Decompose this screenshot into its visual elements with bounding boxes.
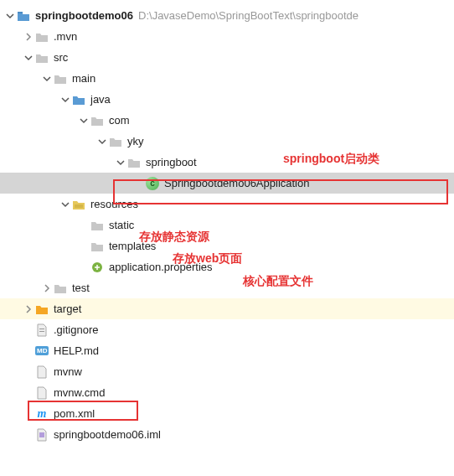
mvnw-label: mvnw bbox=[54, 365, 82, 378]
tree-row-app-class[interactable]: Springbootdemo06Application bbox=[0, 173, 454, 194]
root-path: D:\JavaseDemo\SpringBootText\springbootd… bbox=[138, 9, 359, 22]
file-icon bbox=[35, 428, 49, 442]
annotation-launch-class: springboot启动类 bbox=[283, 152, 379, 167]
svg-rect-3 bbox=[39, 329, 44, 329]
folder-icon bbox=[90, 219, 104, 232]
file-icon bbox=[35, 386, 49, 400]
tree-row-pom[interactable]: m pom.xml bbox=[0, 403, 454, 424]
gitignore-label: .gitignore bbox=[54, 323, 98, 336]
annotation-templates: 存放web页面 bbox=[173, 251, 242, 266]
pom-label: pom.xml bbox=[54, 407, 95, 420]
chevron-down-icon[interactable] bbox=[5, 11, 15, 21]
chevron-down-icon[interactable] bbox=[60, 199, 70, 210]
tree-row-yky[interactable]: yky bbox=[0, 131, 454, 152]
target-folder-icon bbox=[35, 303, 49, 316]
tree-row-static[interactable]: static bbox=[0, 215, 454, 235]
tree-row-mvn[interactable]: .mvn bbox=[0, 26, 454, 47]
tree-row-java[interactable]: java bbox=[0, 89, 454, 110]
file-icon bbox=[35, 323, 49, 337]
resources-folder-icon bbox=[72, 198, 85, 211]
folder-icon bbox=[54, 72, 67, 85]
markdown-icon: MD bbox=[35, 346, 49, 355]
target-label: target bbox=[54, 303, 81, 315]
test-label: test bbox=[72, 282, 90, 294]
project-tree: springbootdemo06 D:\JavaseDemo\SpringBoo… bbox=[0, 0, 454, 445]
tree-row-springboot[interactable]: springboot bbox=[0, 152, 454, 173]
package-icon bbox=[90, 114, 104, 127]
chevron-right-icon[interactable] bbox=[23, 32, 34, 42]
mvnw-cmd-label: mvnw.cmd bbox=[54, 386, 105, 399]
chevron-right-icon[interactable] bbox=[42, 283, 52, 293]
chevron-down-icon[interactable] bbox=[42, 74, 52, 84]
source-folder-icon bbox=[72, 93, 85, 106]
tree-row-com[interactable]: com bbox=[0, 110, 454, 131]
package-icon bbox=[109, 135, 122, 148]
tree-row-help[interactable]: MD HELP.md bbox=[0, 340, 454, 361]
tree-row-test[interactable]: test bbox=[0, 277, 454, 298]
springboot-label: springboot bbox=[146, 156, 197, 168]
project-folder-icon bbox=[17, 9, 30, 23]
tree-row-root[interactable]: springbootdemo06 D:\JavaseDemo\SpringBoo… bbox=[0, 5, 454, 26]
static-label: static bbox=[109, 219, 134, 231]
folder-icon bbox=[54, 282, 67, 295]
annotation-static: 存放静态资源 bbox=[139, 230, 209, 245]
folder-icon bbox=[35, 30, 49, 44]
tree-row-mvnw-cmd[interactable]: mvnw.cmd bbox=[0, 382, 454, 403]
iml-label: springbootdemo06.iml bbox=[54, 428, 161, 441]
resources-label: resources bbox=[90, 198, 138, 210]
properties-file-icon bbox=[90, 261, 104, 274]
tree-row-main[interactable]: main bbox=[0, 68, 454, 89]
svg-rect-5 bbox=[39, 432, 44, 437]
java-label: java bbox=[90, 93, 111, 106]
file-icon bbox=[35, 365, 49, 379]
tree-row-iml[interactable]: springbootdemo06.iml bbox=[0, 424, 454, 445]
chevron-down-icon[interactable] bbox=[60, 95, 70, 105]
folder-icon bbox=[90, 240, 104, 253]
chevron-down-icon[interactable] bbox=[116, 158, 126, 168]
svg-rect-4 bbox=[39, 331, 44, 332]
chevron-down-icon[interactable] bbox=[97, 137, 107, 147]
tree-row-target[interactable]: target bbox=[0, 298, 454, 319]
chevron-down-icon[interactable] bbox=[23, 53, 34, 63]
help-label: HELP.md bbox=[54, 344, 99, 357]
tree-row-gitignore[interactable]: .gitignore bbox=[0, 319, 454, 340]
chevron-right-icon[interactable] bbox=[23, 304, 34, 314]
svg-rect-0 bbox=[18, 12, 23, 13]
tree-row-mvnw[interactable]: mvnw bbox=[0, 361, 454, 382]
maven-icon: m bbox=[35, 407, 49, 421]
root-label: springbootdemo06 bbox=[35, 9, 133, 22]
package-icon bbox=[127, 156, 141, 169]
app-class-label: Springbootdemo06Application bbox=[164, 177, 309, 189]
main-label: main bbox=[72, 72, 95, 85]
annotation-core-config: 核心配置文件 bbox=[243, 274, 313, 289]
mvn-label: .mvn bbox=[54, 30, 77, 43]
yky-label: yky bbox=[127, 135, 144, 147]
folder-icon bbox=[35, 51, 49, 65]
svg-rect-1 bbox=[75, 204, 83, 208]
src-label: src bbox=[54, 51, 68, 64]
tree-row-resources[interactable]: resources bbox=[0, 194, 454, 215]
chevron-down-icon[interactable] bbox=[79, 116, 89, 126]
tree-row-src[interactable]: src bbox=[0, 47, 454, 68]
com-label: com bbox=[109, 114, 130, 127]
java-class-icon bbox=[146, 177, 159, 190]
